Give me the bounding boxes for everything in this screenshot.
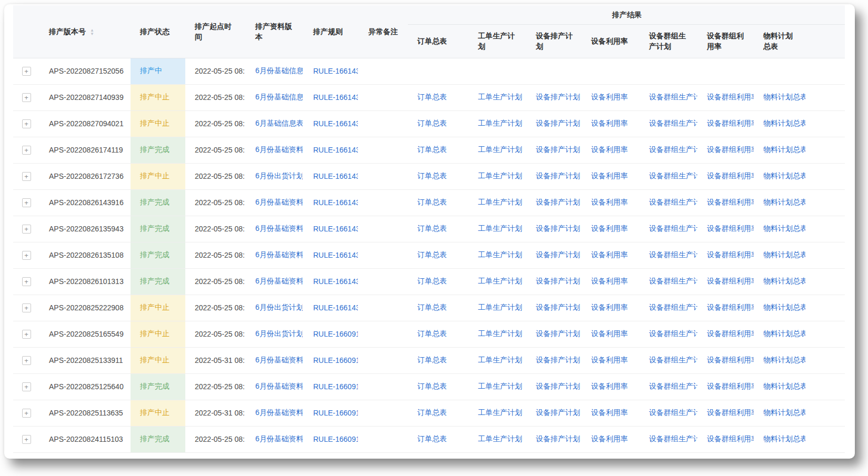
equipment-group-utilization-link[interactable]: 设备群组利用率 [707, 250, 754, 260]
workorder-plan-link[interactable]: 工单生产计划 [478, 356, 526, 365]
equipment-group-utilization-link[interactable]: 设备群组利用率 [707, 408, 754, 418]
data-version-link[interactable]: 6月份基础资料 [255, 277, 303, 286]
equipment-group-utilization-link[interactable]: 设备群组利用率 [707, 329, 754, 339]
data-version-link[interactable]: 6月份基础信息表 [255, 93, 303, 102]
equipment-group-utilization-link[interactable]: 设备群组利用率 [707, 382, 754, 391]
data-version-link[interactable]: 6月份出货计划 [255, 303, 303, 312]
data-version-link[interactable]: 6月份基础资料 [255, 250, 303, 260]
rule-link[interactable]: RULE-166143771 [313, 67, 358, 75]
expand-row-icon[interactable]: + [22, 435, 31, 444]
data-version-link[interactable]: 6月份出货计划 [255, 329, 303, 339]
data-version-link[interactable]: 6月份基础资料 [255, 382, 303, 391]
order-total-link[interactable]: 订单总表 [417, 93, 468, 102]
equipment-plan-link[interactable]: 设备排产计划 [536, 303, 582, 312]
workorder-plan-link[interactable]: 工单生产计划 [478, 119, 526, 128]
equipment-group-utilization-link[interactable]: 设备群组利用率 [707, 303, 754, 312]
workorder-plan-link[interactable]: 工单生产计划 [478, 198, 526, 207]
rule-link[interactable]: RULE-166143771 [313, 303, 358, 312]
equipment-group-utilization-link[interactable]: 设备群组利用率 [707, 198, 754, 207]
expand-row-icon[interactable]: + [22, 119, 31, 128]
material-plan-total-link[interactable]: 物料计划总表 [763, 434, 805, 444]
rule-link[interactable]: RULE-166091998 [313, 409, 358, 417]
equipment-plan-link[interactable]: 设备排产计划 [536, 119, 582, 128]
header-version[interactable]: 排产版本号▲▼ [39, 5, 131, 58]
data-version-link[interactable]: 6月份基础资料 [255, 408, 303, 418]
equipment-group-utilization-link[interactable]: 设备群组利用率 [707, 434, 754, 444]
order-total-link[interactable]: 订单总表 [417, 277, 468, 286]
workorder-plan-link[interactable]: 工单生产计划 [478, 382, 526, 391]
data-version-link[interactable]: 6月份基础资料 [255, 145, 303, 155]
workorder-plan-link[interactable]: 工单生产计划 [478, 329, 526, 339]
expand-row-icon[interactable]: + [22, 251, 31, 260]
order-total-link[interactable]: 订单总表 [417, 198, 468, 207]
data-version-link[interactable]: 6月份基础资料 [255, 434, 303, 444]
material-plan-total-link[interactable]: 物料计划总表 [763, 171, 805, 181]
material-plan-total-link[interactable]: 物料计划总表 [763, 145, 805, 155]
expand-row-icon[interactable]: + [22, 330, 31, 339]
equipment-group-utilization-link[interactable]: 设备群组利用率 [707, 145, 754, 155]
expand-row-icon[interactable]: + [22, 356, 31, 365]
equipment-plan-link[interactable]: 设备排产计划 [536, 329, 582, 339]
expand-row-icon[interactable]: + [22, 146, 31, 155]
data-version-link[interactable]: 6月份基础信息表 [255, 66, 303, 76]
rule-link[interactable]: RULE-166143771 [313, 277, 358, 286]
equipment-utilization-link[interactable]: 设备利用率 [591, 382, 640, 391]
expand-row-icon[interactable]: + [22, 93, 31, 102]
equipment-group-plan-link[interactable]: 设备群组生产计划 [649, 434, 697, 444]
order-total-link[interactable]: 订单总表 [417, 119, 468, 128]
workorder-plan-link[interactable]: 工单生产计划 [478, 434, 526, 444]
rule-link[interactable]: RULE-166091998 [313, 356, 358, 364]
equipment-utilization-link[interactable]: 设备利用率 [591, 277, 640, 286]
workorder-plan-link[interactable]: 工单生产计划 [478, 303, 526, 312]
expand-row-icon[interactable]: + [22, 303, 31, 312]
equipment-group-utilization-link[interactable]: 设备群组利用率 [707, 224, 754, 234]
equipment-group-plan-link[interactable]: 设备群组生产计划 [649, 171, 697, 181]
rule-link[interactable]: RULE-166091998 [313, 330, 358, 338]
data-version-link[interactable]: 6月份基础资料 [255, 198, 303, 207]
expand-row-icon[interactable]: + [22, 67, 31, 76]
equipment-utilization-link[interactable]: 设备利用率 [591, 119, 640, 128]
workorder-plan-link[interactable]: 工单生产计划 [478, 224, 526, 234]
rule-link[interactable]: RULE-166143771 [313, 251, 358, 259]
expand-row-icon[interactable]: + [22, 172, 31, 181]
equipment-group-plan-link[interactable]: 设备群组生产计划 [649, 119, 697, 128]
equipment-group-utilization-link[interactable]: 设备群组利用率 [707, 277, 754, 286]
equipment-utilization-link[interactable]: 设备利用率 [591, 434, 640, 444]
order-total-link[interactable]: 订单总表 [417, 171, 468, 181]
order-total-link[interactable]: 订单总表 [417, 329, 468, 339]
equipment-plan-link[interactable]: 设备排产计划 [536, 382, 582, 391]
rule-link[interactable]: RULE-166091998 [313, 382, 358, 391]
workorder-plan-link[interactable]: 工单生产计划 [478, 408, 526, 418]
expand-row-icon[interactable]: + [22, 225, 31, 234]
rule-link[interactable]: RULE-166143771 [313, 93, 358, 102]
equipment-utilization-link[interactable]: 设备利用率 [591, 145, 640, 155]
equipment-group-plan-link[interactable]: 设备群组生产计划 [649, 303, 697, 312]
data-version-link[interactable]: 6月份出货计划 [255, 171, 303, 181]
material-plan-total-link[interactable]: 物料计划总表 [763, 277, 805, 286]
order-total-link[interactable]: 订单总表 [417, 434, 468, 444]
expand-row-icon[interactable]: + [22, 277, 31, 286]
material-plan-total-link[interactable]: 物料计划总表 [763, 356, 805, 365]
material-plan-total-link[interactable]: 物料计划总表 [763, 250, 805, 260]
equipment-utilization-link[interactable]: 设备利用率 [591, 408, 640, 418]
sort-control[interactable]: ▲▼ [90, 28, 94, 36]
equipment-utilization-link[interactable]: 设备利用率 [591, 329, 640, 339]
equipment-plan-link[interactable]: 设备排产计划 [536, 277, 582, 286]
equipment-group-utilization-link[interactable]: 设备群组利用率 [707, 93, 754, 102]
equipment-plan-link[interactable]: 设备排产计划 [536, 224, 582, 234]
equipment-plan-link[interactable]: 设备排产计划 [536, 198, 582, 207]
sort-descending-icon[interactable]: ▼ [90, 32, 94, 36]
expand-row-icon[interactable]: + [22, 382, 31, 391]
equipment-group-plan-link[interactable]: 设备群组生产计划 [649, 224, 697, 234]
equipment-group-plan-link[interactable]: 设备群组生产计划 [649, 145, 697, 155]
equipment-plan-link[interactable]: 设备排产计划 [536, 408, 582, 418]
equipment-plan-link[interactable]: 设备排产计划 [536, 434, 582, 444]
equipment-group-plan-link[interactable]: 设备群组生产计划 [649, 408, 697, 418]
equipment-utilization-link[interactable]: 设备利用率 [591, 250, 640, 260]
equipment-utilization-link[interactable]: 设备利用率 [591, 356, 640, 365]
material-plan-total-link[interactable]: 物料计划总表 [763, 198, 805, 207]
rule-link[interactable]: RULE-166143771 [313, 172, 358, 180]
equipment-group-plan-link[interactable]: 设备群组生产计划 [649, 382, 697, 391]
equipment-utilization-link[interactable]: 设备利用率 [591, 303, 640, 312]
rule-link[interactable]: RULE-166143771 [313, 119, 358, 128]
